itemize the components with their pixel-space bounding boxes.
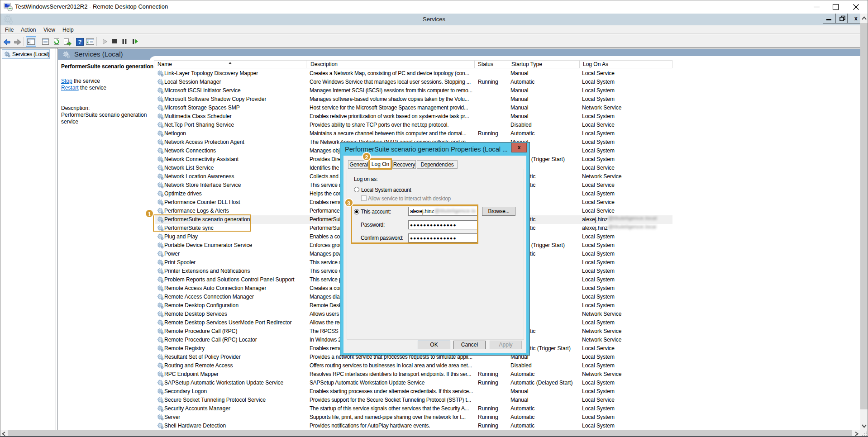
svg-text:?: ? (78, 38, 82, 45)
svg-text:x: x (854, 15, 858, 22)
